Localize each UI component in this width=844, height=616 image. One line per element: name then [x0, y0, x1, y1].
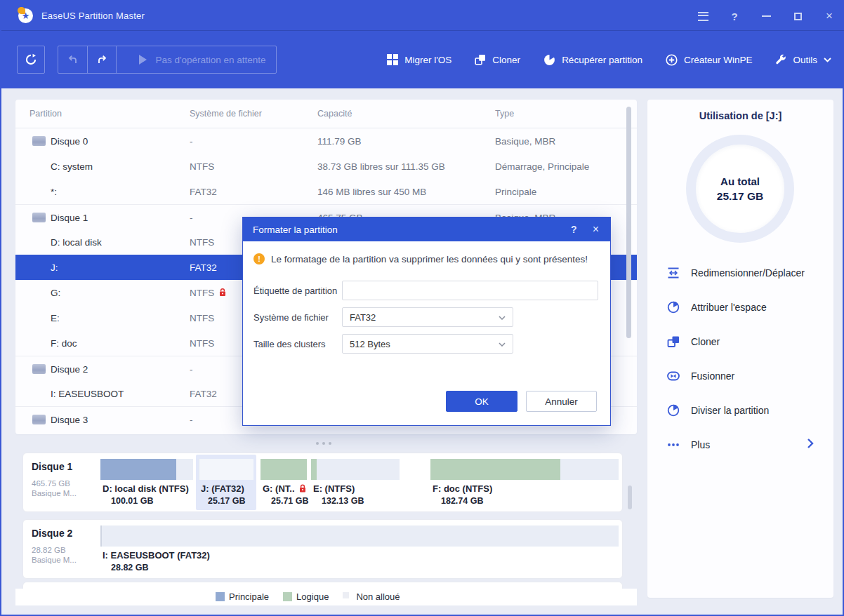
logical-color-swatch — [283, 592, 292, 601]
table-header: Partition Système de fichier Capacité Ty… — [15, 100, 637, 128]
tools-label: Outils — [793, 55, 817, 65]
capacity-bar — [199, 459, 253, 480]
capacity-bar — [311, 459, 400, 480]
pie-icon — [666, 300, 680, 314]
file-system-label: Système de fichier — [253, 312, 342, 323]
partition-block-e[interactable]: E: (NTFS) 132.13 GB — [311, 453, 400, 511]
app-logo-icon: ★ — [18, 8, 33, 23]
table-row-c[interactable]: C: system NTFS 38.73 GB libres sur 111.3… — [15, 154, 637, 179]
clone-icon — [475, 54, 486, 65]
usage-sidebar: Utilisation de [J:] Au total 25.17 GB Re… — [647, 100, 833, 598]
partition-block-f[interactable]: F: doc (NTFS) 182.74 GB — [430, 453, 619, 511]
legend-unallocated: Non alloué — [343, 591, 400, 602]
dialog-header[interactable]: Formater la partition ? × — [243, 217, 610, 241]
maximize-icon[interactable] — [791, 10, 804, 22]
menu-icon[interactable] — [697, 10, 709, 22]
legend-bar: Principale Logique Non alloué — [15, 589, 637, 605]
pie-icon — [543, 54, 555, 66]
windows-icon — [387, 54, 398, 65]
dialog-close-icon[interactable]: × — [593, 223, 599, 236]
chevron-down-icon — [824, 58, 831, 62]
capacity-bar — [100, 525, 619, 547]
clone-action[interactable]: Cloner — [647, 324, 833, 359]
undo-icon — [67, 54, 79, 65]
recover-partition-button[interactable]: Récupérer partition — [543, 54, 642, 66]
disk-icon — [32, 213, 46, 222]
close-icon[interactable]: × — [823, 10, 836, 22]
redo-button[interactable] — [87, 46, 117, 73]
lock-icon — [218, 288, 227, 298]
app-title: EaseUS Partition Master — [41, 11, 145, 21]
plus-circle-icon — [666, 54, 678, 66]
warning-icon: ! — [253, 253, 265, 265]
pending-operations-label: Pas d'opération en attente — [155, 55, 265, 65]
column-file-system: Système de fichier — [190, 109, 262, 119]
resize-icon — [666, 266, 680, 280]
partition-block-d[interactable]: D: local disk (NTFS) 100.01 GB — [100, 453, 193, 511]
capacity-bar — [100, 459, 193, 480]
allocate-space-action[interactable]: Attribuer l'espace — [647, 290, 833, 324]
ok-button[interactable]: OK — [446, 391, 517, 412]
partition-block-i[interactable]: I: EASEUSBOOT (FAT32) 28.82 GB — [100, 520, 619, 578]
partition-label-label: Étiquette de partition — [253, 286, 342, 296]
migrate-os-button[interactable]: Migrer l'OS — [387, 54, 451, 65]
split-partition-action[interactable]: Diviser la partition — [647, 393, 833, 427]
disk2-info[interactable]: Disque 2 28.82 GB Basique M... — [32, 528, 98, 564]
partition-label-input[interactable] — [342, 281, 598, 300]
pie-icon — [666, 403, 680, 417]
format-partition-dialog: Formater la partition ? × ! Le formatage… — [242, 217, 611, 426]
merge-icon — [666, 369, 680, 383]
column-type: Type — [495, 109, 514, 119]
more-action[interactable]: Plus — [647, 427, 833, 462]
disk1-info[interactable]: Disque 1 465.75 GB Basique M... — [32, 461, 98, 497]
capacity-bar — [430, 459, 619, 480]
splitter-handle[interactable] — [316, 442, 331, 445]
usage-donut-chart: Au total 25.17 GB — [686, 135, 794, 243]
merge-action[interactable]: Fusionner — [647, 359, 833, 393]
table-row-disk0[interactable]: Disque 0 - 111.79 GB Basique, MBR — [15, 128, 637, 154]
legend-logical: Logique — [283, 591, 329, 602]
table-scrollbar[interactable] — [626, 107, 631, 338]
diskmap-scrollbar[interactable] — [628, 486, 632, 509]
help-icon[interactable]: ? — [728, 10, 741, 22]
dialog-help-icon[interactable]: ? — [571, 224, 577, 235]
column-capacity: Capacité — [317, 109, 352, 119]
toolbar: Pas d'opération en attente Migrer l'OS C… — [1, 31, 844, 88]
chevron-down-icon — [499, 316, 506, 320]
disk-icon — [32, 415, 46, 424]
file-system-select[interactable]: FAT32 — [342, 307, 513, 327]
partition-block-g[interactable]: G: (NT.. 25.71 GB — [261, 453, 307, 511]
play-icon — [139, 55, 147, 65]
clone-label: Cloner — [492, 55, 520, 65]
wrench-icon — [775, 54, 786, 65]
migrate-os-label: Migrer l'OS — [404, 55, 451, 65]
disk1-map: Disque 1 465.75 GB Basique M... D: local… — [22, 453, 623, 512]
more-icon — [666, 438, 680, 452]
partition-block-j-selected[interactable]: J: (FAT32) 25.17 GB — [196, 455, 256, 510]
column-partition: Partition — [29, 109, 62, 119]
app-window: ★ EaseUS Partition Master ? × — [0, 0, 844, 616]
refresh-button[interactable] — [17, 46, 45, 74]
table-row-star[interactable]: *: FAT32 146 MB libres sur 450 MB Princi… — [15, 179, 637, 204]
cancel-button[interactable]: Annuler — [526, 391, 597, 412]
winpe-creator-label: Créateur WinPE — [684, 55, 753, 65]
resize-move-action[interactable]: Redimensionner/Déplacer — [647, 255, 833, 290]
disk-icon — [32, 364, 46, 374]
refresh-icon — [25, 53, 37, 66]
undo-button[interactable] — [58, 46, 87, 73]
winpe-creator-button[interactable]: Créateur WinPE — [666, 54, 753, 66]
apply-operations-button[interactable]: Pas d'opération en attente — [117, 46, 276, 73]
capacity-bar — [261, 459, 307, 480]
primary-color-swatch — [216, 592, 225, 601]
unallocated-color-swatch — [343, 592, 352, 601]
lock-icon — [298, 483, 307, 494]
tools-button[interactable]: Outils — [775, 54, 831, 65]
legend-primary: Principale — [216, 591, 269, 602]
disk-icon — [32, 136, 46, 146]
minimize-icon[interactable] — [760, 10, 772, 22]
dialog-title: Formater la partition — [253, 225, 571, 235]
chevron-right-icon — [807, 438, 814, 449]
cluster-size-select[interactable]: 512 Bytes — [342, 334, 513, 354]
recover-partition-label: Récupérer partition — [562, 55, 642, 65]
clone-button[interactable]: Cloner — [475, 54, 520, 65]
